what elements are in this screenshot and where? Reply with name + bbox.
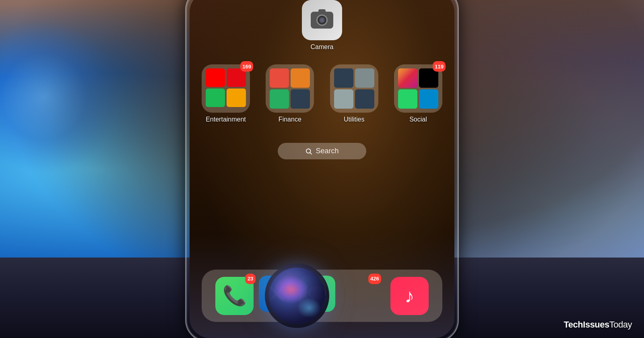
- phone-frame: [185, 0, 459, 338]
- watermark: TechIssuesToday: [564, 319, 632, 330]
- phone-device: Camera 169 Entertainment: [185, 0, 459, 338]
- watermark-text: TechIssuesToday: [564, 319, 632, 330]
